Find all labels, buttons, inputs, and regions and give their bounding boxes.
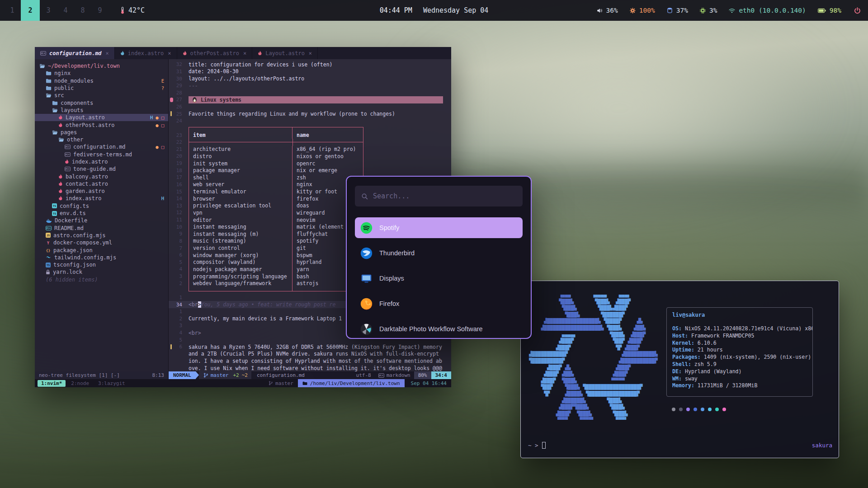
palette-dot xyxy=(672,408,675,411)
tree-item[interactable]: {}package.json xyxy=(35,246,168,253)
network-module[interactable]: eth0 (10.0.0.140) xyxy=(729,7,806,14)
tree-item[interactable]: yarn.lock xyxy=(35,268,168,276)
search-input[interactable]: Search... xyxy=(355,186,523,206)
fetch-fields: OS: NixOS 24.11.20240828.71e91c4 (Vicuna… xyxy=(672,325,807,389)
editor-tab[interactable]: Layout.astro× xyxy=(252,47,318,59)
yaml-icon: Y xyxy=(46,240,51,245)
buffer-line[interactable]: 20distronixos or gentoo xyxy=(169,153,451,160)
tree-item[interactable]: JSastro.config.mjs xyxy=(35,232,168,239)
buffer-line[interactable]: 19init systemopenrc xyxy=(169,160,451,167)
launcher-item[interactable]: Displays xyxy=(355,268,523,289)
launcher-item[interactable]: Thunderbird xyxy=(355,243,523,263)
gear-module[interactable]: 100% xyxy=(630,7,655,14)
tree-item[interactable]: tone-guide.md xyxy=(35,165,168,173)
terminal-window[interactable]: ▗▄▄▄ ▗▄▄▄▄ ▄▄▄▖ ▜███▙ ▜███▙ ▟███▛ ▜███▙ … xyxy=(520,281,839,458)
editor-tab[interactable]: configuration.md× xyxy=(35,47,115,59)
buffer-line[interactable]: and a 2TB (Crucial P5 Plus) NVMe drive. … xyxy=(169,351,451,358)
tree-item[interactable]: Dockerfile xyxy=(35,217,168,224)
tree-item[interactable]: fediverse-terms.md xyxy=(35,151,168,158)
tab-close-icon[interactable]: × xyxy=(168,50,171,56)
nixos-logo-line: ▜██████████▛ ▟███████████▛ xyxy=(529,358,658,365)
launcher-item[interactable]: Firefox xyxy=(355,293,523,314)
chip-module[interactable]: 3% xyxy=(700,7,717,14)
buffer-line[interactable]: 22 xyxy=(169,139,451,146)
tree-item[interactable]: src xyxy=(35,92,168,99)
tmux-window[interactable]: 1:nvim* xyxy=(38,380,66,387)
tree-item[interactable]: otherPost.astro●□ xyxy=(35,121,168,128)
buffer-line[interactable]: 28 xyxy=(169,89,451,97)
tree-item[interactable]: components xyxy=(35,99,168,106)
tab-close-icon[interactable]: × xyxy=(243,50,246,56)
tree-item[interactable]: node_modulesE xyxy=(35,77,168,84)
tree-item[interactable]: index.astro xyxy=(35,158,168,165)
tmux-window[interactable]: 3:lazygit xyxy=(94,380,129,387)
buffer-line[interactable]: 18package managernix or emerge xyxy=(169,167,451,174)
workspace-3[interactable]: 3 xyxy=(40,0,57,21)
tree-item[interactable]: nginx xyxy=(35,70,168,77)
tree-item[interactable]: other xyxy=(35,136,168,143)
editor-tab[interactable]: otherPost.astro× xyxy=(177,47,253,59)
buffer-line[interactable]: 27Linux systems xyxy=(169,96,451,103)
buffer-line[interactable]: 6sakura has a Ryzen 5 7640U, 32GB of DDR… xyxy=(169,343,451,351)
fetch-field-label: Memory: xyxy=(672,382,694,389)
palette-dot xyxy=(708,408,712,411)
launcher-item[interactable]: Spotify xyxy=(355,217,523,238)
buffer-line[interactable]: 29--- xyxy=(169,82,451,89)
buffer-line[interactable]: 26 xyxy=(169,103,451,111)
tab-close-icon[interactable]: × xyxy=(309,50,312,56)
buffer-line[interactable]: ove. I use Nix when I need software with… xyxy=(169,365,451,371)
tree-item[interactable]: contact.astro xyxy=(35,180,168,188)
tree-item[interactable]: TSenv.d.ts xyxy=(35,210,168,217)
buffer-line[interactable]: 24 xyxy=(169,117,451,125)
tree-item[interactable]: TSconfig.ts xyxy=(35,202,168,210)
tree-item-label: docker-compose.yml xyxy=(53,239,112,246)
table-row: privilege escalation tooldoas xyxy=(189,202,363,210)
tree-item[interactable]: configuration.md●□ xyxy=(35,143,168,150)
tree-item[interactable]: pages xyxy=(35,129,168,136)
launcher-item-label: Thunderbird xyxy=(379,249,415,257)
buffer-line[interactable]: 31date: 2024-08-30 xyxy=(169,68,451,75)
launcher-item[interactable]: Darktable Photo Workflow Software xyxy=(355,319,523,339)
tree-item[interactable]: (6 hidden items) xyxy=(35,276,168,283)
tab-close-icon[interactable]: × xyxy=(106,50,109,56)
tree-item-label: other xyxy=(67,136,83,143)
editor-tab[interactable]: index.astro× xyxy=(115,47,177,59)
speaker-module[interactable]: 36% xyxy=(597,7,618,14)
logo-segment: ▗▄▄▄ xyxy=(529,292,592,298)
tree-item[interactable]: public? xyxy=(35,84,168,92)
md-icon xyxy=(65,145,71,149)
disk-module[interactable]: 37% xyxy=(667,7,688,14)
buffer-line[interactable]: 32title: configuration for devices i use… xyxy=(169,61,451,68)
tree-item[interactable]: ~/Development/liv.town xyxy=(35,62,168,70)
tree-item-label: config.ts xyxy=(60,203,89,209)
buffer-line[interactable] xyxy=(169,125,451,132)
tree-item-label: env.d.ts xyxy=(60,210,86,216)
tree-item[interactable]: layouts xyxy=(35,107,168,114)
tree-item[interactable]: README.md xyxy=(35,225,168,232)
logo-segment: ▟████▙ xyxy=(565,391,585,397)
workspace-4[interactable]: 4 xyxy=(57,0,74,21)
buffer-line[interactable]: 21architecturex86_64 (rip m2 pro) xyxy=(169,146,451,153)
buffer-line[interactable]: 25Favorite things regarding Linux and my… xyxy=(169,110,451,117)
tree-item[interactable]: tailwind.config.mjs xyxy=(35,254,168,261)
battery-module[interactable]: 98% xyxy=(818,7,841,14)
tree-item[interactable]: garden.astro xyxy=(35,188,168,195)
buffer-line[interactable]: 23itemname xyxy=(169,131,451,139)
workspace-1[interactable]: 1 xyxy=(4,0,21,21)
tree-item[interactable]: Layout.astroH●□ xyxy=(35,114,168,121)
workspace-2[interactable]: 2 xyxy=(21,0,40,21)
tree-item[interactable]: TStsconfig.json xyxy=(35,261,168,268)
tree-item[interactable]: balcony.astro xyxy=(35,173,168,180)
shell-prompt[interactable]: ~ > xyxy=(528,442,546,449)
workspace-8[interactable]: 8 xyxy=(74,0,91,21)
power-button[interactable] xyxy=(854,7,861,14)
neo-tree-panel[interactable]: ~/Development/liv.townnginxnode_modulesE… xyxy=(35,59,169,371)
tree-item[interactable]: index.astroH xyxy=(35,195,168,202)
buffer-line[interactable]: 30layout: ../../layouts/otherPost.astro xyxy=(169,75,451,82)
workspace-9[interactable]: 9 xyxy=(91,0,108,21)
buffer-line[interactable]: ion. I have a setup consisting of Hyprla… xyxy=(169,357,451,365)
tmux-window[interactable]: 2:node xyxy=(67,380,93,387)
tree-item[interactable]: Ydocker-compose.yml xyxy=(35,239,168,246)
logo-segment: ▟███▛ xyxy=(529,378,562,384)
heading-text: Linux systems xyxy=(201,97,241,103)
